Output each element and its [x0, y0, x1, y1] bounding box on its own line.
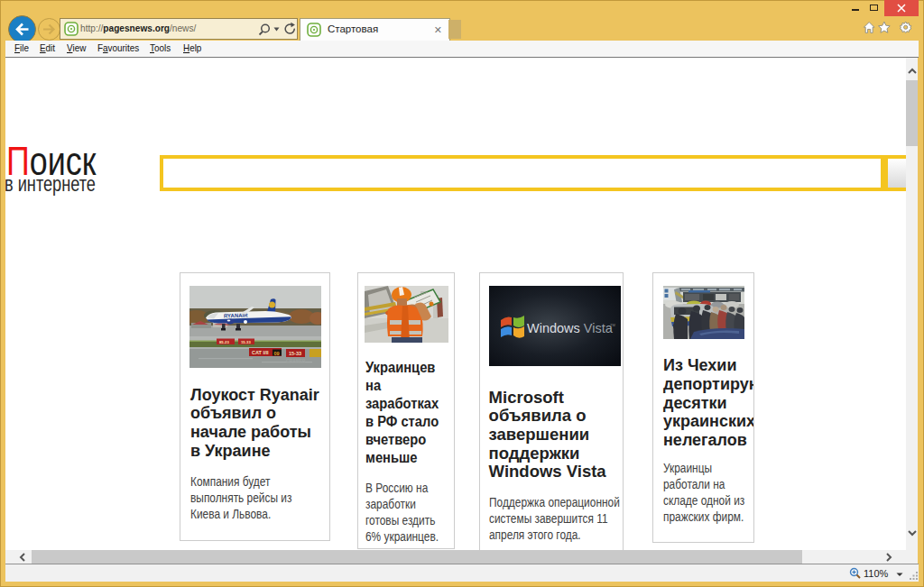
svg-text:85-23: 85-23 [219, 340, 229, 344]
svg-text:TM: TM [610, 323, 615, 327]
svg-text:CRANER: CRANER [286, 358, 306, 363]
svg-text:15-33: 15-33 [241, 340, 251, 344]
svg-text:CAT I/II: CAT I/II [252, 350, 269, 355]
svg-text:09: 09 [274, 351, 280, 356]
svg-text:15-33: 15-33 [289, 351, 301, 356]
svg-text:Windows Vista: Windows Vista [527, 321, 614, 335]
